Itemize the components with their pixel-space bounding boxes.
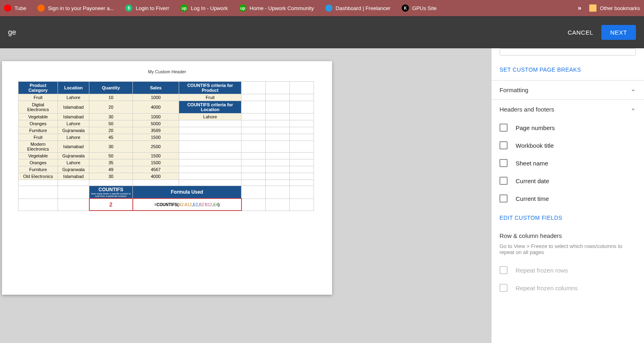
cell: Old Electronics — [19, 173, 58, 180]
empty-cell — [266, 94, 290, 101]
table-row: Old Electronics Islamabad 30 4000 — [19, 173, 314, 180]
formatting-section-header[interactable]: Formatting — [491, 81, 644, 99]
empty-cell — [179, 134, 242, 141]
bookmark-item[interactable]: fiLogin to Fiverr — [125, 4, 169, 12]
bookmarks-bar: TubeSign in to your Payoneer a...fiLogin… — [0, 0, 644, 16]
cell: 20 — [89, 101, 133, 114]
header-footer-option[interactable]: Sheet name — [491, 154, 644, 172]
table-row: Oranges Lahore 35 1500 — [19, 159, 314, 166]
cell: 4000 — [133, 101, 179, 114]
empty-cell — [242, 166, 266, 173]
folder-icon — [589, 4, 597, 12]
table-row: Modern Electronics Islamabad 30 2500 — [19, 141, 314, 153]
headers-footers-section-header[interactable]: Headers and footers — [491, 100, 644, 119]
bookmark-label: Dashboard | Freelancer — [336, 5, 390, 11]
countifs-header-cell: COUNTIFS How many times a specific produ… — [89, 186, 133, 199]
col-header: COUNTIFS criteria for Product — [179, 82, 242, 94]
header-footer-option[interactable]: Workbook title — [491, 136, 644, 154]
col-header: Sales — [133, 82, 179, 94]
empty-cell — [290, 159, 314, 166]
cell: 49 — [89, 166, 133, 173]
settings-input[interactable] — [500, 48, 636, 56]
option-label: Current date — [516, 178, 549, 184]
checkbox-icon — [500, 124, 508, 132]
empty-cell — [290, 120, 314, 127]
print-preview-page[interactable]: My Custom Header Product Category Locati… — [2, 61, 332, 295]
other-bookmarks[interactable]: Other bookmarks — [589, 4, 640, 12]
bookmark-label: Log In - Upwork — [191, 5, 228, 11]
col-header: Quantity — [89, 82, 133, 94]
bookmark-favicon: K — [402, 4, 409, 12]
header-footer-option[interactable]: Current date — [491, 172, 644, 190]
header-footer-option[interactable]: Page numbers — [491, 119, 644, 136]
cell: 2500 — [133, 141, 179, 153]
empty-cell — [242, 82, 266, 94]
bookmark-favicon: up — [239, 4, 246, 12]
bookmark-item[interactable]: Sign in to your Payoneer a... — [37, 4, 114, 12]
countifs-block: COUNTIFS How many times a specific produ… — [18, 186, 316, 211]
cell: Digtial Electronics — [19, 101, 58, 114]
bookmark-label: Login to Fiverr — [136, 5, 169, 11]
empty-cell — [266, 153, 290, 159]
cell: Islamabad — [58, 101, 89, 114]
table-row: Fruit Lahore 10 1000 Fruit — [19, 94, 314, 101]
table-row: Vegetable Gujranwala 50 1500 — [19, 153, 314, 159]
cell: 1500 — [133, 134, 179, 141]
repeat-frozen-rows-option: Repeat frozen rows — [491, 261, 644, 279]
bookmark-item[interactable]: KGPUs Site — [402, 4, 437, 12]
cell: Oranges — [19, 159, 58, 166]
bookmarks-overflow-icon[interactable]: » — [578, 4, 581, 12]
cell: Lahore — [58, 94, 89, 101]
next-button[interactable]: NEXT — [601, 25, 636, 40]
formula-cell: =COUNTIFS(A2:A12,E2,B2:B12,E4) — [133, 198, 242, 211]
cell: Modern Electronics — [19, 141, 58, 153]
header-title-fragment: ge — [8, 28, 16, 37]
empty-cell — [266, 120, 290, 127]
empty-cell — [266, 134, 290, 141]
cell: 1500 — [133, 153, 179, 159]
headers-footers-label: Headers and footers — [500, 106, 554, 113]
empty-cell — [179, 127, 242, 134]
chevron-down-icon — [630, 87, 636, 93]
empty-cell — [266, 173, 290, 180]
empty-cell — [179, 173, 242, 180]
cancel-button[interactable]: CANCEL — [568, 29, 593, 36]
empty-cell — [242, 134, 266, 141]
checkbox-icon — [500, 266, 508, 274]
empty-cell — [242, 127, 266, 134]
empty-cell — [290, 82, 314, 94]
bookmark-label: Home - Upwork Community — [250, 5, 314, 11]
checkbox-icon — [500, 159, 508, 167]
set-custom-page-breaks-link[interactable]: SET CUSTOM PAGE BREAKS — [491, 62, 644, 80]
cell: 35 — [89, 159, 133, 166]
cell: 10 — [89, 94, 133, 101]
edit-custom-fields-link[interactable]: EDIT CUSTOM FIELDS — [491, 207, 644, 228]
table-header-row: Product Category Location Quantity Sales… — [19, 82, 314, 94]
checkbox-icon — [500, 141, 508, 149]
cell: Islamabad — [58, 114, 89, 120]
bookmark-item[interactable]: Dashboard | Freelancer — [325, 4, 390, 12]
bookmark-favicon: up — [180, 4, 188, 12]
empty-cell — [290, 134, 314, 141]
cell: Islamabad — [58, 173, 89, 180]
main-content: My Custom Header Product Category Locati… — [0, 48, 644, 343]
cell: 30 — [89, 114, 133, 120]
cell: 4000 — [133, 173, 179, 180]
table-row: Digtial Electronics Islamabad 20 4000 CO… — [19, 101, 314, 114]
bookmark-item[interactable]: Tube — [4, 4, 26, 12]
option-label: Current time — [516, 195, 549, 202]
bookmark-item[interactable]: upHome - Upwork Community — [239, 4, 314, 12]
cell: 3589 — [133, 127, 179, 134]
option-label: Workbook title — [516, 142, 554, 149]
bookmark-item[interactable]: upLog In - Upwork — [180, 4, 228, 12]
cell: Gujranwala — [58, 127, 89, 134]
option-label: Page numbers — [516, 124, 555, 131]
bookmark-label: Sign in to your Payoneer a... — [48, 5, 114, 11]
formatting-label: Formatting — [500, 87, 528, 93]
header-footer-option[interactable]: Current time — [491, 190, 644, 207]
col-header: Product Category — [19, 82, 58, 94]
cell: Gujranwala — [58, 153, 89, 159]
cell: 4567 — [133, 166, 179, 173]
cell: 50 — [89, 153, 133, 159]
empty-cell — [266, 82, 290, 94]
